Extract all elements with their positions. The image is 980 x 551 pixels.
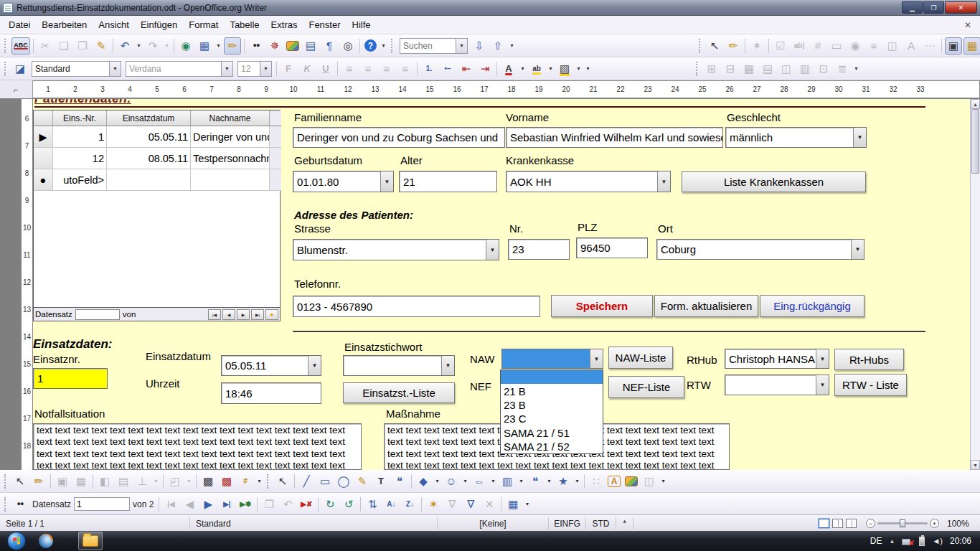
form-aktualisieren-button[interactable]: Form. aktualisieren (654, 295, 758, 317)
highlight-icon[interactable]: ab (528, 60, 545, 77)
einsatzdatum-combo[interactable]: 05.05.11▼ (221, 355, 321, 376)
cell-einsatzdatum[interactable] (107, 169, 191, 191)
design-mode-icon[interactable]: ✏ (30, 473, 47, 490)
toolbar-grip[interactable] (267, 474, 270, 489)
strasse-combo[interactable]: Blumenstr.▼ (293, 239, 499, 260)
sort-ascending-icon[interactable]: A↓ (382, 496, 400, 513)
rtw-liste-button[interactable]: RTW - Liste (834, 374, 907, 396)
form-based-filter-icon[interactable]: ∇ (462, 496, 479, 513)
select-icon[interactable]: ↖ (706, 37, 723, 55)
dropdown-option[interactable] (501, 370, 603, 384)
select-icon[interactable]: ↖ (274, 473, 291, 490)
rthub-combo[interactable]: Christoph HANSA▼ (725, 349, 829, 369)
autofilter-icon[interactable]: ✶ (425, 496, 442, 513)
toolbar-grip[interactable] (4, 497, 8, 512)
freeform-line-icon[interactable]: ✎ (354, 473, 371, 490)
gallery-icon[interactable] (286, 41, 299, 51)
grid-scrollbar[interactable] (270, 169, 281, 191)
format-paintbrush-icon[interactable]: ✎ (93, 37, 110, 55)
symbol-shapes-icon[interactable]: ☺ (443, 473, 460, 490)
toolbar-grip[interactable] (699, 39, 702, 53)
grid-column-header[interactable]: Nachname (191, 110, 270, 126)
toolbar-more-icon[interactable]: ▾ (508, 37, 516, 55)
toolbar-grip[interactable] (4, 39, 8, 53)
vorname-field[interactable]: Sebastian Winfried Wilhelm Karl und sowi… (506, 127, 723, 148)
table-row[interactable]: 12 08.05.11 Testpersonnachname (34, 148, 280, 169)
record-number-input[interactable] (74, 497, 130, 511)
cell-einsatzdatum[interactable]: 08.05.11 (107, 148, 191, 169)
find-replace-icon[interactable]: ●● (248, 37, 265, 55)
liste-krankenkassen-button[interactable]: Liste Krankenkassen (682, 171, 866, 192)
chevron-down-icon[interactable]: ▼ (851, 240, 864, 259)
chevron-down-icon[interactable]: ▼ (308, 356, 321, 375)
close-document-icon[interactable]: ✕ (958, 20, 977, 30)
record-nav-button[interactable]: ◀ (222, 309, 235, 320)
search-dropdown-icon[interactable]: ▼ (456, 39, 467, 53)
chevron-down-icon[interactable]: ▼ (657, 171, 670, 192)
font-color-icon[interactable]: A (500, 60, 517, 77)
krankenkasse-combo[interactable]: AOK HH▼ (506, 171, 671, 192)
uhrzeit-field[interactable]: 18:46 (221, 382, 321, 404)
menu-item[interactable]: Hilfe (347, 17, 377, 33)
stars-icon[interactable]: ★ (555, 473, 572, 490)
callouts-icon[interactable]: ❝ (527, 473, 544, 490)
new-record-button[interactable]: ● (265, 309, 278, 320)
einsatznr-field[interactable]: 1 (33, 368, 108, 389)
menu-item[interactable]: Bearbeiten (36, 17, 93, 33)
refresh-control-icon[interactable]: ↺ (340, 496, 357, 513)
basic-shapes-icon[interactable]: ◆ (415, 473, 432, 490)
search-input[interactable]: Suchen ▼ (400, 38, 468, 54)
chevron-down-icon[interactable]: ▼ (441, 356, 454, 375)
block-arrows-dropdown-icon[interactable]: ▾ (489, 473, 497, 490)
zoom-out-icon[interactable]: − (866, 519, 875, 528)
toolbar-grip[interactable] (4, 474, 8, 489)
flowchart-icon[interactable]: ▥ (499, 473, 516, 490)
callout-icon[interactable]: ❝ (391, 473, 408, 490)
menu-item[interactable]: Extras (265, 17, 303, 33)
scroll-down-icon[interactable]: ▼ (971, 460, 980, 470)
dropdown-option[interactable]: 23 B (501, 398, 603, 412)
snap-to-grid-icon[interactable]: ▩ (218, 473, 235, 490)
zoom-in-icon[interactable]: + (930, 519, 939, 528)
toolbar-more-icon[interactable]: ▾ (255, 473, 263, 490)
menu-item[interactable]: Datei (3, 17, 36, 33)
grid-scrollbar[interactable] (270, 148, 281, 169)
ort-combo[interactable]: Coburg▼ (656, 239, 864, 260)
new-record-icon[interactable]: ▶✱ (237, 496, 254, 513)
eingabe-rueckgaengig-button[interactable]: Eing.rückgängig (760, 295, 864, 317)
find-record-icon[interactable]: ●● (11, 496, 29, 513)
text-box-icon[interactable]: T (372, 473, 390, 490)
next-record-icon[interactable]: ▶ (199, 496, 217, 513)
numbered-list-icon[interactable]: 1. (420, 60, 438, 77)
familienname-field[interactable]: Deringer von und zu Coburg Sachsen und (293, 127, 505, 148)
line-icon[interactable]: ╱ (298, 473, 315, 490)
spellcheck-icon[interactable]: ABC (11, 37, 30, 55)
chevron-down-icon[interactable]: ▼ (853, 128, 866, 147)
bullet-list-icon[interactable]: •– (439, 60, 456, 77)
geburtsdatum-combo[interactable]: 01.01.80▼ (293, 171, 394, 192)
ellipse-icon[interactable]: ◯ (335, 473, 352, 490)
record-number-input[interactable] (75, 309, 120, 320)
background-color-icon[interactable]: ▨ (556, 60, 573, 77)
cell-nachname[interactable]: Testpersonnachname (191, 148, 270, 169)
multi-page-view-icon[interactable] (832, 519, 843, 528)
find-next-icon[interactable]: ⇩ (471, 37, 488, 55)
rtw-combo[interactable]: ▼ (725, 375, 829, 395)
font-color-dropdown-icon[interactable]: ▾ (519, 60, 527, 77)
help-icon[interactable]: ? (364, 39, 377, 52)
start-button[interactable] (7, 532, 26, 550)
style-dropdown-icon[interactable]: ▼ (109, 62, 121, 76)
menu-item[interactable]: Format (183, 17, 224, 33)
speichern-button[interactable]: Speichern (551, 295, 653, 317)
telefon-field[interactable]: 0123 - 4567890 (293, 296, 540, 317)
close-button[interactable]: ✕ (945, 1, 977, 14)
battery-icon[interactable] (919, 537, 925, 546)
horizontal-ruler[interactable]: 1234567891011121314151617181920212223242… (33, 80, 980, 98)
block-arrows-icon[interactable]: ⇔ (471, 473, 488, 490)
naw-combo[interactable]: ▼ (501, 349, 603, 369)
scrollbar-thumb[interactable] (971, 109, 979, 174)
fontwork-icon[interactable]: A (608, 476, 621, 487)
nef-liste-button[interactable]: NEF-Liste (608, 376, 684, 398)
sort-descending-icon[interactable]: Z↓ (401, 496, 418, 513)
toolbar-grip[interactable] (696, 62, 699, 76)
